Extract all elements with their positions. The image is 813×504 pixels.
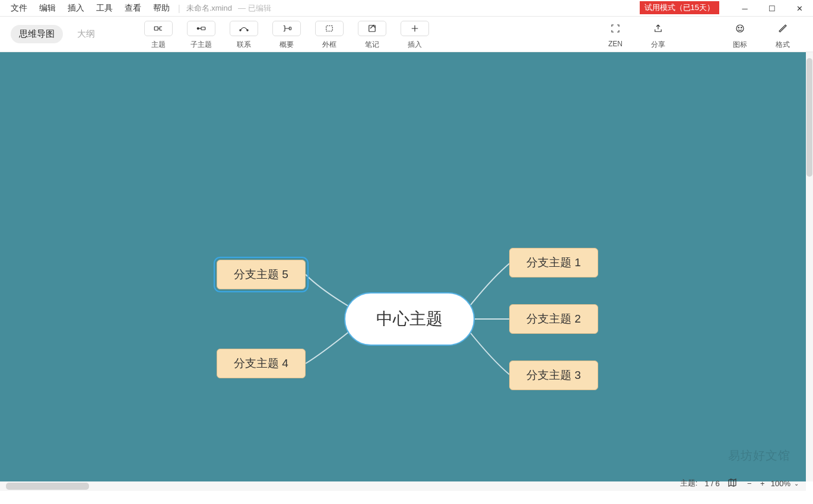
window-minimize-button[interactable]: ─ [731,0,758,17]
svg-point-3 [240,30,241,31]
tool-insert[interactable]: 插入 [395,18,434,50]
zoom-out-button[interactable]: − [745,479,754,488]
subtopic-icon [187,21,215,36]
boundary-icon [315,21,344,36]
share-icon [644,21,672,36]
smiley-icon [726,21,754,36]
tool-label: 主题 [151,40,166,50]
connector-line [469,263,510,307]
tool-label: 联系 [237,40,251,50]
zoom-in-button[interactable]: + [758,479,767,488]
tool-share[interactable]: 分享 [639,18,678,50]
connector-line [306,275,350,307]
svg-rect-5 [290,27,291,30]
svg-point-1 [197,28,199,30]
svg-point-4 [247,30,248,31]
tool-label: 分享 [651,40,665,50]
file-name: 未命名.xmind [186,3,232,14]
tool-label: 插入 [408,40,422,50]
tool-note[interactable]: 笔记 [352,18,392,50]
tool-subtopic[interactable]: 子主题 [182,18,221,50]
tool-label: 格式 [776,40,790,50]
svg-rect-6 [326,26,333,31]
relation-icon [230,21,258,36]
svg-point-8 [736,25,744,32]
branch-node-4[interactable]: 分支主题 4 [217,349,306,378]
window-maximize-button[interactable]: ☐ [758,0,786,17]
vertical-scrollbar[interactable] [806,52,813,481]
svg-rect-0 [154,27,158,30]
tool-label: 图标 [733,40,747,50]
scrollbar-thumb[interactable] [6,483,89,490]
topic-counter: 1 / 6 [704,479,719,488]
tool-marker[interactable]: 图标 [720,18,760,50]
zen-icon [601,21,630,36]
scrollbar-thumb[interactable] [806,58,812,177]
menu-edit[interactable]: 编辑 [33,1,62,16]
tool-label: 外框 [322,40,336,50]
map-overview-icon[interactable] [727,477,738,490]
mindmap-canvas[interactable]: 中心主题 分支主题 1 分支主题 2 分支主题 3 分支主题 4 分支主题 5 … [0,52,806,481]
tool-format[interactable]: 格式 [763,18,802,50]
connector-line [306,331,350,363]
tool-label: 笔记 [365,40,379,50]
zoom-level: 100% [771,479,790,488]
tab-mindmap[interactable]: 思维导图 [11,25,63,43]
summary-icon [272,21,301,36]
tool-topic[interactable]: 主题 [139,18,178,50]
tab-outline[interactable]: 大纲 [69,25,103,43]
branch-node-5[interactable]: 分支主题 5 [217,260,306,289]
plus-icon [401,21,429,36]
connector-line [469,331,510,375]
tool-label: 子主题 [190,40,212,50]
tool-boundary[interactable]: 外框 [310,18,349,50]
tool-label: 概要 [280,40,294,50]
menu-tools[interactable]: 工具 [90,1,119,16]
svg-point-10 [741,27,742,28]
central-topic-node[interactable]: 中心主题 [344,292,475,346]
svg-rect-2 [201,27,205,30]
topic-icon [144,21,173,36]
tool-relation[interactable]: 联系 [224,18,263,50]
topic-counter-label: 主题: [680,478,698,489]
branch-node-1[interactable]: 分支主题 1 [509,248,598,277]
branch-node-3[interactable]: 分支主题 3 [509,361,598,390]
svg-point-9 [738,27,739,28]
menu-help[interactable]: 帮助 [147,1,176,16]
zoom-dropdown-icon[interactable]: ⌄ [794,480,799,487]
menu-view[interactable]: 查看 [119,1,147,16]
trial-mode-badge: 试用模式（已15天） [640,1,719,14]
brush-icon [768,21,797,36]
window-close-button[interactable]: ✕ [786,0,813,17]
tool-label: ZEN [608,40,623,48]
tool-zen[interactable]: ZEN [596,18,635,50]
tool-summary[interactable]: 概要 [267,18,306,50]
menu-file[interactable]: 文件 [5,1,33,16]
file-status: — 已编辑 [238,3,271,14]
branch-node-2[interactable]: 分支主题 2 [509,304,598,334]
menu-insert[interactable]: 插入 [62,1,90,16]
note-icon [358,21,386,36]
